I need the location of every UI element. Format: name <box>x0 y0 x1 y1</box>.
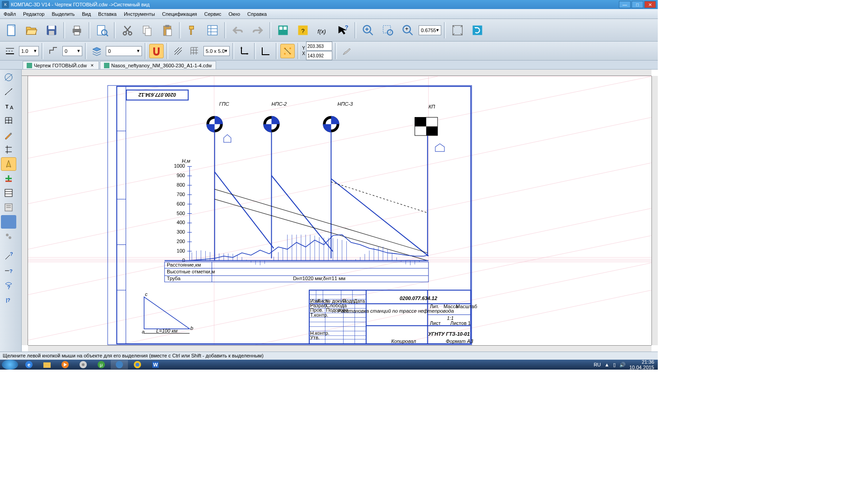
coord-y-input[interactable] <box>306 51 332 60</box>
local-cs-button[interactable] <box>237 44 251 58</box>
canvas[interactable]: 0200.077.634.12 ГПС НПС-2 НПС-3 КП <box>22 70 658 352</box>
grid-combo[interactable]: 5.0 x 5.0▾ <box>203 46 230 56</box>
task-wmp[interactable] <box>57 360 74 369</box>
menu-file[interactable]: Файл <box>4 11 16 17</box>
manager-button[interactable] <box>274 21 292 39</box>
scrollbar-horizontal[interactable] <box>28 345 651 352</box>
svg-text:400: 400 <box>177 220 185 225</box>
tool-spec[interactable] <box>1 186 16 200</box>
tool-view[interactable] <box>1 215 16 229</box>
menu-help[interactable]: Справка <box>247 11 267 17</box>
cut-button[interactable] <box>118 21 137 39</box>
tool-help2[interactable]: ? <box>1 264 16 277</box>
tool-reports[interactable] <box>1 201 16 214</box>
menu-spec[interactable]: Спецификация <box>162 11 197 17</box>
task-ie[interactable]: e <box>20 360 38 369</box>
task-kompas[interactable] <box>111 360 128 369</box>
system-tray[interactable]: RU ▲ ▯ 🔊 21:36 10.04.2015 <box>594 359 658 370</box>
task-chrome[interactable] <box>129 360 146 369</box>
tool-add[interactable] <box>1 172 16 185</box>
grid-button[interactable] <box>187 44 202 58</box>
tray-volume-icon[interactable]: 🔊 <box>619 362 626 368</box>
tab-2[interactable]: Nasos_neftyanoy_NM_3600-230_A1-1-4.cdw <box>100 61 216 69</box>
zoom-scale-button[interactable]: + <box>399 21 417 39</box>
tool-insert[interactable] <box>1 230 16 243</box>
close-button[interactable]: ✕ <box>644 1 656 8</box>
format-painter-button[interactable] <box>184 21 202 39</box>
layers-button[interactable] <box>90 44 104 58</box>
offset-combo[interactable]: 0▾ <box>62 46 82 56</box>
tool-params[interactable] <box>1 143 16 156</box>
redo-button[interactable] <box>249 21 267 39</box>
tab-1[interactable]: Чертеж ГОТОВЫЙ.cdw✕ <box>23 61 99 69</box>
tool-measure[interactable] <box>1 157 16 171</box>
save-button[interactable] <box>42 21 61 39</box>
menu-window[interactable]: Окно <box>228 11 240 17</box>
line-width-combo[interactable]: 1.0▾ <box>19 46 39 56</box>
properties-button[interactable] <box>203 21 222 39</box>
zoom-area-button[interactable] <box>379 21 397 39</box>
task-explorer[interactable] <box>38 360 56 369</box>
menu-insert[interactable]: Вставка <box>98 11 117 17</box>
svg-text:Труба: Труба <box>167 276 181 281</box>
tray-up-icon[interactable]: ▲ <box>604 362 609 367</box>
svg-line-88 <box>28 76 438 158</box>
minimize-button[interactable]: — <box>619 1 631 8</box>
svg-rect-25 <box>283 26 287 29</box>
svg-text:700: 700 <box>177 192 185 197</box>
tray-flag-icon[interactable]: ▯ <box>613 362 616 368</box>
step-button[interactable] <box>46 44 61 58</box>
menu-view[interactable]: Вид <box>82 11 91 17</box>
round-button[interactable] <box>280 44 295 58</box>
hatch-button[interactable] <box>171 44 185 58</box>
undo-button[interactable] <box>229 21 247 39</box>
tool-edit[interactable] <box>1 128 16 142</box>
line-style-button[interactable] <box>3 44 17 58</box>
menu-tools[interactable]: Инструменты <box>124 11 155 17</box>
variables-button[interactable]: ? <box>294 21 312 39</box>
svg-rect-116 <box>415 117 426 127</box>
svg-line-55 <box>5 74 12 80</box>
svg-text:500: 500 <box>177 211 185 216</box>
maximize-button[interactable]: □ <box>632 1 643 8</box>
start-button[interactable] <box>2 360 18 370</box>
zoom-fit-button[interactable] <box>448 21 467 39</box>
copy-button[interactable] <box>138 21 156 39</box>
new-button[interactable] <box>3 21 21 39</box>
open-button[interactable] <box>23 21 41 39</box>
tool-dimension[interactable] <box>1 85 16 99</box>
preview-button[interactable] <box>93 21 111 39</box>
tool-pattern[interactable] <box>1 114 16 127</box>
task-disc[interactable] <box>75 360 92 369</box>
scrollbar-vertical[interactable] <box>651 76 658 345</box>
menu-edit[interactable]: Редактор <box>23 11 44 17</box>
close-icon[interactable]: ✕ <box>90 63 95 68</box>
svg-text:?: ? <box>9 268 13 274</box>
coord-x-input[interactable] <box>306 42 332 51</box>
menu-service[interactable]: Сервис <box>204 11 222 17</box>
layer-combo[interactable]: 0▾ <box>106 46 142 56</box>
print-button[interactable] <box>68 21 86 39</box>
refresh-button[interactable] <box>468 21 486 39</box>
ortho-button[interactable] <box>259 44 273 58</box>
tray-lang[interactable]: RU <box>594 362 601 367</box>
paste-button[interactable] <box>158 21 176 39</box>
task-word[interactable]: W <box>147 360 164 369</box>
drawing-area[interactable]: 0200.077.634.12 ГПС НПС-2 НПС-3 КП <box>28 76 651 345</box>
zoom-combo[interactable]: 0.6755▾ <box>419 25 441 35</box>
svg-text:Подозова: Подозова <box>326 307 349 313</box>
svg-text:c: c <box>145 291 148 297</box>
brush-button[interactable] <box>340 44 354 58</box>
menu-select[interactable]: Выделить <box>52 11 75 17</box>
zoom-in-button[interactable] <box>359 21 377 39</box>
tool-geometry[interactable] <box>1 70 16 84</box>
tool-help1[interactable]: ? <box>1 249 16 263</box>
fx-button[interactable]: f(x) <box>314 21 332 39</box>
whats-this-button[interactable]: ? <box>334 21 352 39</box>
task-utorrent[interactable]: μ <box>93 360 110 369</box>
tool-help4[interactable]: |? <box>1 293 16 306</box>
snap-button[interactable] <box>149 44 164 58</box>
tool-text[interactable]: TA <box>1 99 16 113</box>
svg-text:Т.контр.: Т.контр. <box>310 312 328 318</box>
tool-help3[interactable]: ? <box>1 278 16 292</box>
